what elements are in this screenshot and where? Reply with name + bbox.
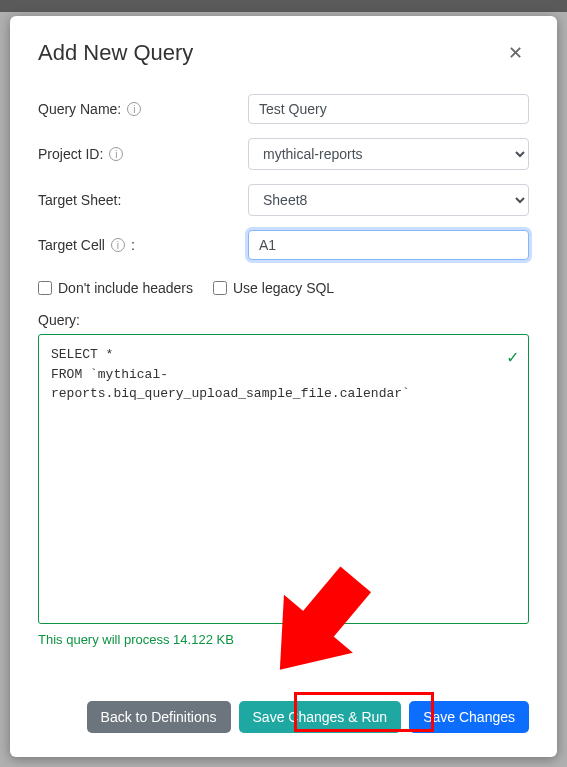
checkbox-row: Don't include headers Use legacy SQL	[38, 280, 529, 296]
back-to-definitions-button[interactable]: Back to Definitions	[87, 701, 231, 733]
target-sheet-select[interactable]: Sheet8	[248, 184, 529, 216]
footer-row: Back to Definitions Save Changes & Run S…	[38, 681, 529, 733]
query-name-label: Query Name: i	[38, 101, 248, 117]
target-cell-label: Target Cell i :	[38, 237, 248, 253]
info-icon[interactable]: i	[109, 147, 123, 161]
legacy-sql-checkbox[interactable]	[213, 281, 227, 295]
add-new-query-modal: Add New Query ✕ Query Name: i Project ID…	[10, 16, 557, 757]
project-id-label: Project ID: i	[38, 146, 248, 162]
query-editor[interactable]: SELECT * FROM `mythical-reports.biq_quer…	[38, 334, 529, 624]
process-note: This query will process 14.122 KB	[38, 632, 529, 647]
query-line: FROM `mythical-reports.biq_query_upload_…	[51, 365, 494, 404]
project-id-row: Project ID: i mythical-reports	[38, 138, 529, 170]
save-changes-button[interactable]: Save Changes	[409, 701, 529, 733]
target-cell-row: Target Cell i :	[38, 230, 529, 260]
close-button[interactable]: ✕	[502, 42, 529, 64]
backdrop-toolbar	[0, 0, 567, 12]
legacy-sql-group[interactable]: Use legacy SQL	[213, 280, 334, 296]
info-icon[interactable]: i	[127, 102, 141, 116]
query-name-input[interactable]	[248, 94, 529, 124]
project-id-select[interactable]: mythical-reports	[248, 138, 529, 170]
target-cell-input[interactable]	[248, 230, 529, 260]
valid-check-icon: ✓	[507, 345, 518, 372]
close-icon: ✕	[508, 43, 523, 63]
target-sheet-row: Target Sheet: Sheet8	[38, 184, 529, 216]
no-headers-label: Don't include headers	[58, 280, 193, 296]
save-changes-and-run-button[interactable]: Save Changes & Run	[239, 701, 402, 733]
info-icon[interactable]: i	[111, 238, 125, 252]
target-cell-label-text: Target Cell	[38, 237, 105, 253]
modal-title: Add New Query	[38, 40, 193, 66]
modal-header: Add New Query ✕	[38, 40, 529, 66]
query-label: Query:	[38, 312, 529, 328]
query-name-label-text: Query Name:	[38, 101, 121, 117]
project-id-label-text: Project ID:	[38, 146, 103, 162]
query-name-row: Query Name: i	[38, 94, 529, 124]
query-line: SELECT *	[51, 345, 494, 365]
label-colon: :	[131, 237, 135, 253]
target-sheet-label-text: Target Sheet:	[38, 192, 121, 208]
target-sheet-label: Target Sheet:	[38, 192, 248, 208]
legacy-sql-label: Use legacy SQL	[233, 280, 334, 296]
no-headers-checkbox[interactable]	[38, 281, 52, 295]
no-headers-group[interactable]: Don't include headers	[38, 280, 193, 296]
